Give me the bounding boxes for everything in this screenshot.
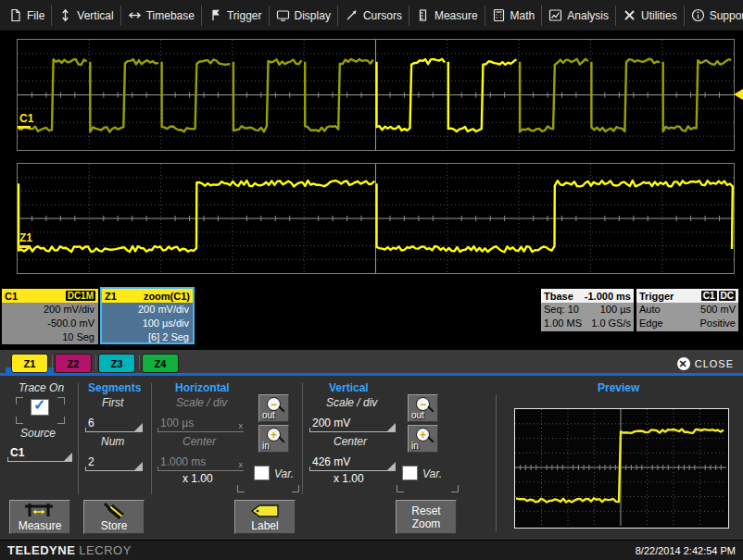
section-divider <box>496 394 497 531</box>
trace-on-checkbox[interactable] <box>31 399 49 416</box>
h-var-checkbox[interactable] <box>254 466 270 480</box>
bracket <box>57 417 65 424</box>
menu-vertical-label: Vertical <box>77 9 113 22</box>
tab-z4[interactable]: Z4 <box>142 354 179 373</box>
source-select[interactable]: C1 <box>7 442 72 462</box>
c1-channel-marker[interactable]: C1 <box>19 112 33 125</box>
z1-trace <box>18 164 734 273</box>
menu-measure[interactable]: Measure <box>409 6 485 26</box>
store-stamp-icon <box>97 503 131 519</box>
magnifier-minus-icon: − <box>416 397 430 411</box>
h-zoom-out-button[interactable]: − out <box>258 394 289 422</box>
z1-offset-marker-icon[interactable] <box>18 245 31 248</box>
v-center-field[interactable]: 426 mV <box>309 452 396 471</box>
trigger-mode: Auto <box>639 303 661 317</box>
tab-z3[interactable]: Z3 <box>98 354 135 373</box>
menu-analysis[interactable]: Analysis <box>542 6 616 26</box>
preview-header: Preview <box>598 381 639 394</box>
trigger-flag-icon <box>208 8 222 22</box>
menu-display-label: Display <box>295 9 331 22</box>
monitor-icon <box>276 8 290 22</box>
trigger-level-arrow-icon[interactable] <box>734 89 743 100</box>
num-label: Num <box>101 435 124 448</box>
v-scale-field[interactable]: 200 mV <box>309 413 396 432</box>
menu-timebase[interactable]: Timebase <box>121 6 202 26</box>
trigger-slope: Positive <box>699 317 736 330</box>
v-zoom-out-button[interactable]: − out <box>408 394 438 422</box>
menu-analysis-label: Analysis <box>567 9 609 22</box>
menu-file-label: File <box>27 9 44 22</box>
z1-descriptor-box[interactable]: Z1 zoom(C1) 200 mV/div 100 µs/div [6] 2 … <box>100 287 195 344</box>
menu-utilities[interactable]: Utilities <box>616 6 685 26</box>
dropdown-triangle-icon <box>387 462 396 470</box>
menu-display[interactable]: Display <box>270 6 338 26</box>
status-bar: TELEDYNE LECROY 8/22/2014 2:42:54 PM <box>0 540 743 560</box>
v-zoom-in-button[interactable]: + in <box>408 425 438 453</box>
h-zoom-in-button[interactable]: + in <box>258 425 289 453</box>
first-segment-field[interactable]: 6 <box>85 413 143 432</box>
label-button[interactable]: Label <box>234 500 296 534</box>
c1-offset-marker-icon[interactable] <box>18 126 31 129</box>
menu-trigger[interactable]: Trigger <box>202 6 270 26</box>
menu-timebase-label: Timebase <box>146 9 195 22</box>
tbase-scale: 100 µs <box>600 303 631 317</box>
bracket <box>397 485 404 492</box>
num-segments-field[interactable]: 2 <box>85 452 143 471</box>
menu-file[interactable]: File <box>2 6 52 26</box>
trigger-source-badge: C1 <box>701 291 717 301</box>
zoom-in-label: in <box>411 441 419 451</box>
brand-lecroy: LECROY <box>79 543 131 557</box>
tab-z2[interactable]: Z2 <box>55 354 92 373</box>
trigger-coupling-badge: DC <box>719 291 736 301</box>
z1-channel-marker[interactable]: Z1 <box>19 231 32 244</box>
dropdown-triangle-icon <box>64 453 72 461</box>
store-button[interactable]: Store <box>83 500 145 534</box>
tbase-points: 1.00 MS <box>544 317 582 330</box>
z1-waveform-grid[interactable] <box>17 163 735 274</box>
first-label: First <box>102 396 123 409</box>
vertical-header: Vertical <box>329 381 369 394</box>
measure-button[interactable]: Measure <box>9 500 70 534</box>
tbase-delay: -1.000 ms <box>585 291 631 302</box>
tbase-seq: Seq: 10 <box>544 303 579 317</box>
tab-separator <box>95 355 96 369</box>
v-var-checkbox[interactable] <box>402 466 418 480</box>
trigger-level: 500 mV <box>700 303 736 317</box>
section-divider <box>302 383 303 494</box>
zoom-out-label: out <box>262 410 275 420</box>
menu-support[interactable]: Support <box>685 6 743 26</box>
bracket <box>16 397 23 404</box>
chart-icon <box>548 8 562 22</box>
menu-cursors[interactable]: Cursors <box>338 6 409 26</box>
trigger-title: Trigger <box>639 291 674 302</box>
c1-descriptor-box[interactable]: C1 DC1M 200 mV/div -500.0 mV 10 Seg <box>2 289 98 344</box>
ruler-icon <box>416 8 430 22</box>
z1-hscale: 100 µs/div <box>106 317 189 330</box>
h-var-label: Var. <box>274 467 294 480</box>
c1-waveform-grid[interactable] <box>17 39 735 151</box>
section-divider <box>78 383 79 494</box>
timebase-descriptor-box[interactable]: Tbase -1.000 ms Seq: 10 100 µs 1.00 MS 1… <box>541 289 634 331</box>
magnifier-handle <box>278 405 284 412</box>
trigger-descriptor-box[interactable]: Trigger C1 DC Auto 500 mV Edge Positive <box>636 289 738 331</box>
source-label: Source <box>20 427 56 440</box>
magnifier-minus-icon: − <box>267 397 281 411</box>
label-tag-icon <box>249 503 281 519</box>
tab-z1[interactable]: Z1 <box>11 354 48 373</box>
close-icon: ✕ <box>677 357 690 370</box>
c1-offset: -500.0 mV <box>6 317 94 330</box>
close-button[interactable]: ✕ CLOSE <box>677 357 734 370</box>
dropdown-triangle-icon <box>134 462 143 470</box>
z1-vscale: 200 mV/div <box>106 303 189 317</box>
preview-plot <box>514 408 729 529</box>
v-var-label: Var. <box>422 467 442 480</box>
source-value: C1 <box>10 446 24 459</box>
tab-separator <box>139 355 140 369</box>
close-label: CLOSE <box>695 358 734 369</box>
segments-header: Segments <box>88 381 141 394</box>
reset-zoom-button[interactable]: Reset Zoom <box>396 500 457 534</box>
menu-math[interactable]: Math <box>485 6 543 26</box>
menu-utilities-label: Utilities <box>641 9 677 22</box>
menu-vertical[interactable]: Vertical <box>52 6 120 26</box>
dropdown-triangle-icon <box>387 423 396 431</box>
